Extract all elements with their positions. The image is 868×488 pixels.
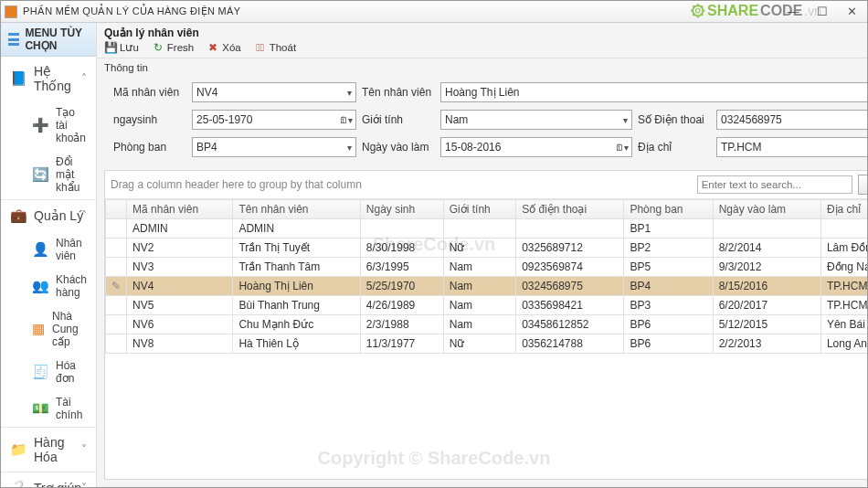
close-button[interactable]: ✕ — [838, 3, 865, 19]
fresh-button[interactable]: ↻Fresh — [152, 41, 194, 54]
nav-item-label: Nhân viên — [56, 237, 87, 262]
dept-field[interactable]: BP4 — [192, 137, 356, 157]
cell: Yên Bái — [820, 315, 868, 334]
col-header[interactable]: Mã nhân viên — [127, 200, 233, 219]
cell — [106, 219, 127, 239]
cell: ADMIN — [127, 219, 233, 239]
cell — [106, 239, 127, 258]
col-header[interactable]: Tên nhân viên — [233, 200, 360, 219]
cell — [106, 258, 127, 277]
gender-field[interactable]: Nam — [440, 110, 632, 130]
menu-icon — [8, 33, 19, 46]
cell — [820, 219, 868, 239]
phone-field[interactable]: 0324568975 — [716, 110, 868, 130]
col-header[interactable]: Số điện thoại — [516, 200, 624, 219]
info-header: Thông tin — [97, 58, 868, 73]
cell: 11/3/1977 — [360, 334, 443, 354]
cell: 2/3/1988 — [360, 315, 443, 334]
cell: 8/2/2014 — [713, 239, 820, 258]
cell — [106, 334, 127, 354]
table-header-row: Mã nhân viên Tên nhân viên Ngày sinh Giớ… — [106, 200, 868, 219]
nav-group-manage[interactable]: 💼 Quản Lý ˄ — [1, 200, 96, 231]
nav-item-finance[interactable]: 💵 Tài chính — [23, 390, 96, 427]
plus-circle-icon: ➕ — [32, 117, 48, 133]
cell — [106, 296, 127, 315]
cell: Long An — [820, 334, 868, 354]
cell: Trần Thị Tuyết — [233, 239, 360, 258]
delete-button[interactable]: ✖Xóa — [206, 41, 240, 54]
col-header[interactable]: Phòng ban — [624, 200, 713, 219]
table-row[interactable]: NV2Trần Thị Tuyết8/30/1998Nữ0325689712BP… — [106, 239, 868, 258]
nav-item-supplier[interactable]: ▦ Nhà Cung cấp — [23, 304, 96, 354]
lbl-address: Địa chỉ — [638, 141, 711, 154]
receipt-icon: 🧾 — [32, 364, 48, 380]
exit-button[interactable]: �⃠Thoát — [254, 41, 296, 54]
cell: Nữ — [443, 239, 515, 258]
tb-label: Xóa — [222, 42, 240, 53]
cell: TP.HCM — [820, 277, 868, 296]
nav-group-help[interactable]: ❔ Trợ giúp ˅ — [1, 472, 96, 488]
col-header[interactable]: Ngày sinh — [360, 200, 443, 219]
cell: 6/20/2017 — [713, 296, 820, 315]
nav-group-label: Trợ giúp — [34, 481, 81, 488]
nav-item-change-password[interactable]: 🔄 Đổi mật khẩu — [23, 150, 96, 199]
nav-item-customer[interactable]: 👥 Khách hàng — [23, 268, 96, 304]
nav-item-label: Khách hàng — [56, 273, 87, 299]
cell: Bùi Thanh Trung — [233, 296, 360, 315]
cell: NV6 — [127, 315, 233, 334]
table-row[interactable]: NV6Chu Mạnh Đức2/3/1988Nam03458612852BP6… — [106, 315, 868, 334]
cell: 2/2/2013 — [713, 334, 820, 354]
cell: BP2 — [624, 239, 713, 258]
maximize-button[interactable]: ☐ — [809, 3, 836, 19]
people-icon: 👥 — [32, 278, 48, 294]
minimize-button[interactable]: — — [779, 3, 807, 19]
nav-item-create-account[interactable]: ➕ Tạo tài khoản — [23, 101, 96, 150]
employee-id-field[interactable]: NV4 — [192, 82, 356, 102]
exit-icon: �⃠ — [254, 41, 267, 54]
cell: Chu Mạnh Đức — [233, 315, 360, 334]
nav-group-goods[interactable]: 📁 Hàng Hóa ˅ — [1, 428, 96, 472]
cell: Nữ — [443, 334, 515, 354]
nav-item-invoice[interactable]: 🧾 Hóa đơn — [23, 354, 96, 390]
nav-item-employee[interactable]: 👤 Nhân viên — [23, 231, 96, 268]
col-header[interactable]: Ngày vào làm — [713, 200, 820, 219]
table-row[interactable]: NV5Bùi Thanh Trung4/26/1989Nam0335698421… — [106, 296, 868, 315]
table-row[interactable]: NV8Hà Thiên Lộ11/3/1977Nữ0356214788BP62/… — [106, 334, 868, 354]
cell: Nam — [443, 277, 515, 296]
col-header[interactable]: Địa chỉ — [820, 200, 868, 219]
table-row[interactable]: ✎NV4Hoàng Thị Liên5/25/1970Nam0324568975… — [106, 277, 868, 296]
group-hint[interactable]: Drag a column header here to group by th… — [111, 178, 362, 191]
chevron-up-icon: ˄ — [81, 72, 87, 85]
cell: NV4 — [127, 277, 233, 296]
dob-field[interactable]: 25-05-1970 — [192, 110, 356, 130]
tb-label: Thoát — [270, 42, 296, 53]
cell: Trần Thanh Tâm — [233, 258, 360, 277]
find-button[interactable]: Find — [858, 175, 868, 195]
table-row[interactable]: NV3Trần Thanh Tâm6/3/1995Nam0923569874BP… — [106, 258, 868, 277]
cell — [713, 219, 820, 239]
col-header[interactable]: Giới tính — [443, 200, 515, 219]
cell: Nam — [443, 315, 515, 334]
cell: Hà Thiên Lộ — [233, 334, 360, 354]
cell: 5/25/1970 — [360, 277, 443, 296]
chevron-down-icon: ˅ — [81, 443, 87, 456]
cell: NV8 — [127, 334, 233, 354]
address-field[interactable]: TP.HCM — [716, 137, 868, 157]
cell: BP1 — [624, 219, 713, 239]
cell: 0923569874 — [516, 258, 624, 277]
search-input[interactable] — [697, 175, 852, 194]
cell: BP5 — [624, 258, 713, 277]
lbl-dob: ngaysinh — [113, 113, 186, 126]
nav-item-label: Hóa đơn — [56, 359, 87, 385]
cell: 6/3/1995 — [360, 258, 443, 277]
start-date-field[interactable]: 15-08-2016 — [440, 137, 632, 157]
cell: Hoàng Thị Liên — [233, 277, 360, 296]
cell: NV5 — [127, 296, 233, 315]
nav-group-system[interactable]: 📘 Hệ Thống ˄ — [1, 57, 96, 101]
cell: 0335698421 — [516, 296, 624, 315]
save-button[interactable]: 💾Lưu — [104, 41, 139, 54]
cell: 8/15/2016 — [713, 277, 820, 296]
employee-name-field[interactable]: Hoàng Thị Liên — [440, 82, 868, 102]
table-row[interactable]: ADMINADMINBP1 — [106, 219, 868, 239]
tb-label: Fresh — [167, 42, 194, 53]
